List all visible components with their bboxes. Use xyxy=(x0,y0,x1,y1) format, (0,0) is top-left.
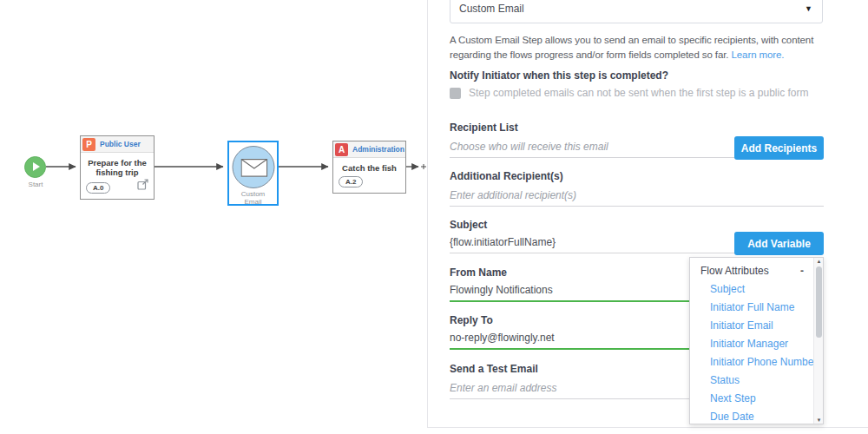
step-node-header: P Public User xyxy=(81,136,154,153)
scroll-down-icon[interactable]: ▼ xyxy=(814,418,824,423)
step-category-label: Administration xyxy=(352,145,404,154)
collapse-section-toggle[interactable]: - xyxy=(800,265,804,277)
variable-item-next-step[interactable]: Next Step xyxy=(690,390,823,408)
variable-item-status[interactable]: Status xyxy=(690,372,823,390)
play-icon xyxy=(33,162,40,171)
flow-attributes-header: Flow Attributes - xyxy=(690,258,823,280)
step-code-badge: A.0 xyxy=(86,182,110,194)
notify-initiator-checkbox[interactable] xyxy=(450,88,461,99)
reply-to-label: Reply To xyxy=(450,314,493,326)
step-title: Catch the fish xyxy=(333,158,405,173)
start-node[interactable] xyxy=(24,156,46,178)
variable-item-initiator-full-name[interactable]: Initiator Full Name xyxy=(690,299,823,317)
recipient-list-label: Recipient List xyxy=(450,122,518,134)
envelope-icon xyxy=(240,159,267,177)
add-variable-button[interactable]: Add Variable xyxy=(734,232,824,255)
email-step-circle xyxy=(232,146,274,188)
variable-item-subject[interactable]: Subject xyxy=(690,280,823,299)
administration-badge-icon: A xyxy=(335,143,348,156)
additional-recipients-label: Additional Recipient(s) xyxy=(450,170,563,182)
step-node-custom-email-selected[interactable]: Custom Email xyxy=(227,141,279,206)
flow-connectors xyxy=(0,0,427,434)
recipient-list-input[interactable] xyxy=(450,135,734,158)
chevron-down-icon: ▼ xyxy=(805,0,812,23)
step-label: Custom Email xyxy=(229,190,277,206)
variable-item-initiator-manager[interactable]: Initiator Manager xyxy=(690,335,823,353)
step-node-administration[interactable]: A Administration Catch the fish A.2 xyxy=(332,141,406,194)
flow-step-editor: Start P Public User Prepare for the fish… xyxy=(0,0,868,434)
from-name-label: From Name xyxy=(450,266,507,279)
notify-initiator-label: Notify Initiator when this step is compl… xyxy=(450,69,668,82)
learn-more-link[interactable]: Learn more. xyxy=(732,49,785,60)
subject-input[interactable] xyxy=(450,231,734,253)
add-recipients-button[interactable]: Add Recipients xyxy=(734,136,824,160)
start-node-label: Start xyxy=(17,181,54,188)
step-node-public-user[interactable]: P Public User Prepare for the fishing tr… xyxy=(80,135,155,200)
external-link-icon[interactable] xyxy=(137,178,148,194)
dropdown-scrollbar[interactable]: ▲ ▼ xyxy=(813,258,823,424)
step-description: A Custom Email Step allows you to send a… xyxy=(450,33,830,62)
step-type-value: Custom Email xyxy=(459,3,524,15)
scrollbar-thumb[interactable] xyxy=(816,266,822,338)
step-category-label: Public User xyxy=(100,140,141,148)
step-title: Prepare for the fishing trip xyxy=(81,153,154,177)
subject-label: Subject xyxy=(450,219,487,231)
notify-initiator-note: Step completed emails can not be sent wh… xyxy=(469,87,809,99)
scroll-up-icon[interactable]: ▲ xyxy=(814,259,824,264)
variable-item-due-date[interactable]: Due Date xyxy=(690,408,823,426)
additional-recipients-input[interactable] xyxy=(450,184,824,207)
step-type-select[interactable]: Custom Email ▼ xyxy=(450,0,823,23)
step-code-badge: A.2 xyxy=(339,176,363,187)
test-email-label: Send a Test Email xyxy=(450,363,538,375)
step-settings-panel: Custom Email ▼ A Custom Email Step allow… xyxy=(427,0,868,428)
variable-item-initiator-email[interactable]: Initiator Email xyxy=(690,317,823,335)
flow-attributes-dropdown: Flow Attributes - Subject Initiator Full… xyxy=(689,257,824,424)
notify-initiator-row: Step completed emails can not be sent wh… xyxy=(450,87,809,99)
step-node-header: A Administration xyxy=(333,141,405,158)
public-user-badge-icon: P xyxy=(82,138,95,151)
variable-item-initiator-phone-number[interactable]: Initiator Phone Number xyxy=(690,353,823,372)
